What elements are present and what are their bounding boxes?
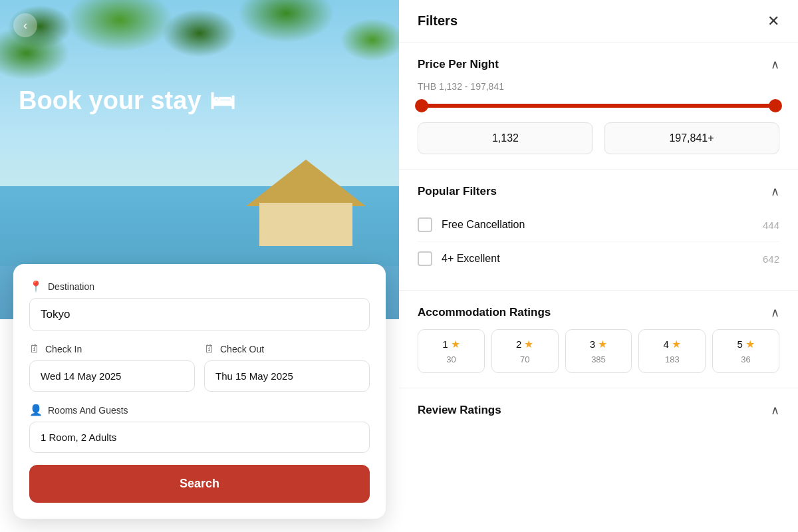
filter-item-excellent: 4+ Excellent 642: [418, 242, 779, 275]
rating-card-1-top: 1 ★: [442, 338, 460, 350]
rating-card-3[interactable]: 3 ★ 385: [565, 329, 632, 373]
search-button[interactable]: Search: [29, 465, 370, 503]
popular-filters-chevron-icon[interactable]: ∧: [771, 184, 779, 199]
popular-filters-header: Popular Filters ∧: [418, 184, 779, 199]
hero-title-text: Book your stay: [19, 86, 201, 115]
rating-card-4-top: 4 ★: [664, 338, 681, 350]
back-arrow-icon: ‹: [23, 19, 27, 33]
checkin-col: 🗓 Check In Wed 14 May 2025: [29, 343, 195, 392]
hut-body: [259, 203, 352, 246]
accommodation-chevron-icon[interactable]: ∧: [771, 305, 779, 320]
accommodation-ratings-section: Accommodation Ratings ∧ 1 ★ 30 2 ★ 70: [399, 291, 798, 388]
price-slider-track[interactable]: [418, 104, 779, 108]
excellent-checkbox[interactable]: [418, 251, 432, 266]
checkin-date-box[interactable]: Wed 14 May 2025: [29, 360, 195, 392]
filters-header: Filters ✕: [399, 0, 798, 43]
back-button[interactable]: ‹: [13, 13, 37, 37]
checkout-label: Check Out: [220, 344, 264, 354]
popular-filters-title: Popular Filters: [418, 185, 497, 198]
rating-5-star-icon: ★: [745, 338, 755, 350]
rating-2-star-icon: ★: [524, 338, 533, 350]
rating-4-number: 4: [664, 338, 669, 350]
rating-2-number: 2: [516, 338, 521, 350]
close-filters-button[interactable]: ✕: [767, 14, 779, 29]
checkout-date-box[interactable]: Thu 15 May 2025: [204, 360, 370, 392]
checkin-calendar-icon: 🗓: [29, 343, 40, 355]
rooms-label: Rooms And Guests: [48, 405, 128, 416]
checkout-col: 🗓 Check Out Thu 15 May 2025: [204, 343, 370, 392]
accommodation-ratings-header: Accommodation Ratings ∧: [418, 305, 779, 320]
excellent-label: 4+ Excellent: [442, 253, 500, 265]
filters-title: Filters: [418, 13, 458, 29]
rating-5-count: 36: [741, 354, 750, 364]
checkin-date-value: Wed 14 May 2025: [41, 370, 121, 382]
price-section-header: Price Per Night ∧: [418, 57, 779, 72]
rating-card-4[interactable]: 4 ★ 183: [638, 329, 706, 373]
checkin-label-row: 🗓 Check In: [29, 343, 195, 355]
accommodation-ratings-title: Accommodation Ratings: [418, 306, 551, 319]
checkout-date-value: Thu 15 May 2025: [215, 370, 293, 382]
hero-title-container: Book your stay 🛏: [19, 86, 235, 115]
checkout-calendar-icon: 🗓: [204, 343, 215, 355]
date-row: 🗓 Check In Wed 14 May 2025 🗓 Check Out T…: [29, 343, 370, 392]
filter-item-free-cancellation: Free Cancellation 444: [418, 208, 779, 242]
price-section-title: Price Per Night: [418, 58, 499, 71]
checkout-label-row: 🗓 Check Out: [204, 343, 370, 355]
review-ratings-section: Review Ratings ∧: [399, 388, 798, 432]
rating-card-5-top: 5 ★: [737, 338, 754, 350]
rating-card-1[interactable]: 1 ★ 30: [418, 329, 485, 373]
rating-card-3-top: 3 ★: [590, 338, 607, 350]
left-panel: ‹ Book your stay 🛏 📍 Destination 🗓 Check…: [0, 0, 399, 532]
popular-filters-list: Free Cancellation 444 4+ Excellent 642: [418, 208, 779, 275]
filter-item-left: Free Cancellation: [418, 217, 525, 232]
rating-4-count: 183: [665, 354, 680, 364]
price-filter-section: Price Per Night ∧ THB 1,132 - 197,841 1,…: [399, 43, 798, 170]
free-cancellation-checkbox[interactable]: [418, 217, 432, 232]
hero-hut: [246, 160, 366, 246]
rooms-label-row: 👤 Rooms And Guests: [29, 404, 370, 416]
rating-2-count: 70: [520, 354, 529, 364]
search-button-label: Search: [180, 477, 219, 490]
price-inputs-row: 1,132 197,841+: [418, 122, 779, 154]
rating-card-2-top: 2 ★: [516, 338, 533, 350]
rating-1-star-icon: ★: [451, 338, 460, 350]
price-range-label: THB 1,132 - 197,841: [418, 81, 779, 92]
rating-3-count: 385: [591, 354, 606, 364]
destination-label-row: 📍 Destination: [29, 280, 370, 293]
price-chevron-icon[interactable]: ∧: [771, 57, 779, 72]
price-max-input[interactable]: 197,841+: [604, 122, 779, 154]
rating-card-5[interactable]: 5 ★ 36: [712, 329, 779, 373]
rooms-guests-input[interactable]: [29, 422, 370, 453]
search-card: 📍 Destination 🗓 Check In Wed 14 May 2025…: [13, 264, 386, 519]
free-cancellation-count: 444: [763, 219, 779, 231]
destination-icon: 📍: [29, 280, 43, 293]
destination-label: Destination: [48, 281, 94, 292]
checkin-label: Check In: [45, 344, 82, 354]
rating-3-number: 3: [590, 338, 595, 350]
excellent-count: 642: [763, 253, 779, 265]
rating-5-number: 5: [737, 338, 742, 350]
popular-filters-section: Popular Filters ∧ Free Cancellation 444 …: [399, 170, 798, 291]
destination-input[interactable]: [29, 298, 370, 331]
filter-item-left-2: 4+ Excellent: [418, 251, 500, 266]
price-min-input[interactable]: 1,132: [418, 122, 593, 154]
rating-1-number: 1: [442, 338, 448, 350]
rating-1-count: 30: [446, 354, 456, 364]
hut-roof: [246, 160, 366, 206]
close-icon: ✕: [767, 13, 779, 29]
rooms-icon: 👤: [29, 404, 43, 416]
free-cancellation-label: Free Cancellation: [442, 219, 525, 231]
bed-icon: 🛏: [209, 86, 235, 115]
price-slider-max-thumb[interactable]: [769, 99, 782, 112]
rating-3-star-icon: ★: [598, 338, 607, 350]
review-ratings-chevron-icon[interactable]: ∧: [771, 403, 779, 418]
right-panel: Filters ✕ Price Per Night ∧ THB 1,132 - …: [399, 0, 798, 532]
price-slider-min-thumb[interactable]: [415, 99, 428, 112]
rating-4-star-icon: ★: [672, 338, 681, 350]
review-ratings-title: Review Ratings: [418, 404, 501, 417]
rating-card-2[interactable]: 2 ★ 70: [491, 329, 559, 373]
rating-cards-row: 1 ★ 30 2 ★ 70 3 ★ 385: [418, 329, 779, 373]
